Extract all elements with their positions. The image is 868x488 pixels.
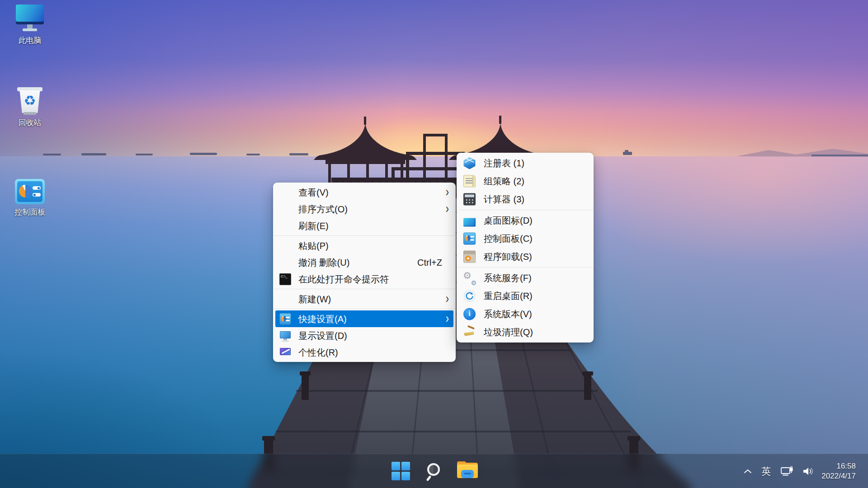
quick-settings-icon — [279, 313, 291, 325]
group-policy-icon — [463, 175, 476, 188]
control-panel-icon — [15, 179, 45, 204]
restart-icon — [463, 290, 476, 302]
personalize-icon — [279, 347, 291, 358]
file-explorer-button[interactable] — [455, 459, 480, 484]
menu-item-label: 新建(W) — [298, 293, 331, 305]
chevron-right-icon: › — [446, 184, 449, 200]
menu-item-label: 在此处打开命令提示符 — [298, 273, 389, 285]
menu-item-label: 系统版本(V) — [484, 308, 532, 320]
recycle-bin-icon: ♻ — [14, 86, 45, 115]
menu-item-label: 注册表 (1) — [484, 157, 524, 169]
clock-date: 2022/4/17 — [821, 471, 856, 481]
search-button[interactable] — [421, 459, 447, 484]
desktop-icon-label: 此电脑 — [8, 35, 52, 46]
menu-separator — [274, 289, 455, 289]
taskbar: 英 16:58 2022/4/17 — [0, 454, 868, 488]
uninstall-icon — [463, 251, 476, 263]
menu-item-label: 桌面图标(D) — [484, 215, 533, 227]
menu-item-view[interactable]: 查看(V) › — [275, 184, 453, 201]
taskbar-clock[interactable]: 16:58 2022/4/17 — [821, 461, 856, 481]
this-pc-icon — [14, 4, 45, 33]
menu-item-refresh[interactable]: 刷新(E) — [275, 217, 453, 234]
broom-icon — [463, 326, 476, 338]
menu-item-label: 程序卸载(S) — [484, 251, 532, 263]
desktop-icons-icon — [463, 218, 476, 227]
menu-separator — [457, 267, 593, 267]
speaker-icon — [802, 466, 815, 477]
menu-item-personalize[interactable]: 个性化(R) — [275, 344, 453, 361]
menu-item-label: 组策略 (2) — [484, 175, 524, 188]
recycle-symbol-icon: ♻ — [14, 93, 45, 108]
start-button[interactable] — [388, 459, 413, 484]
network-button[interactable] — [776, 459, 798, 484]
search-icon — [425, 462, 443, 480]
info-icon: i — [463, 308, 476, 320]
menu-item-label: 个性化(R) — [298, 346, 338, 358]
menu-item-label: 垃圾清理(Q) — [484, 326, 533, 338]
folder-icon — [457, 463, 478, 480]
menu-item-open-command-prompt[interactable]: C:\_ 在此处打开命令提示符 — [275, 271, 453, 287]
registry-icon — [463, 157, 476, 169]
desktop-icon-label: 回收站 — [8, 117, 52, 128]
show-hidden-icons-button[interactable] — [740, 459, 756, 484]
menu-separator — [457, 210, 593, 210]
clock-time: 16:58 — [821, 461, 856, 471]
submenu-item-restart-desktop[interactable]: 重启桌面(R) — [459, 287, 591, 305]
menu-item-paste[interactable]: 粘贴(P) — [275, 237, 453, 254]
menu-item-label: 控制面板(C) — [484, 233, 533, 245]
chevron-right-icon: › — [446, 201, 449, 216]
calculator-icon — [463, 193, 476, 206]
menu-item-label: 显示设置(D) — [298, 329, 347, 342]
volume-button[interactable] — [798, 459, 819, 484]
quick-settings-submenu: 注册表 (1) 组策略 (2) 计算器 (3) 桌面图标(D) 控制面板(C) … — [457, 153, 594, 343]
desktop-icon-control-panel[interactable]: 控制面板 — [8, 179, 52, 217]
network-ethernet-icon — [780, 465, 794, 477]
submenu-item-calculator[interactable]: 计算器 (3) — [459, 190, 591, 208]
menu-item-label: 撤消 删除(U) — [298, 256, 349, 268]
menu-item-sort-by[interactable]: 排序方式(O) › — [275, 201, 453, 217]
taskbar-center-icons — [388, 454, 480, 488]
submenu-item-services[interactable]: ⚙⚙ 系统服务(F) — [459, 269, 591, 287]
menu-item-label: 刷新(E) — [298, 220, 329, 232]
chevron-right-icon: › — [446, 310, 449, 326]
submenu-item-uninstall[interactable]: 程序卸载(S) — [459, 248, 591, 266]
desktop-context-menu: 查看(V) › 排序方式(O) › 刷新(E) 粘贴(P) 撤消 删除(U) C… — [273, 183, 456, 362]
desktop-icon-label: 控制面板 — [8, 207, 52, 217]
display-settings-icon — [279, 330, 291, 342]
desktop-icon-this-pc[interactable]: 此电脑 — [8, 4, 52, 46]
windows-logo-icon — [392, 462, 410, 480]
menu-item-label: 排序方式(O) — [298, 203, 348, 215]
menu-item-label: 查看(V) — [298, 186, 329, 198]
submenu-item-system-version[interactable]: i 系统版本(V) — [459, 305, 591, 323]
menu-item-new[interactable]: 新建(W) › — [275, 291, 453, 307]
menu-item-shortcut: Ctrl+Z — [417, 257, 442, 267]
submenu-item-control-panel[interactable]: 控制面板(C) — [459, 230, 591, 248]
control-panel-icon — [463, 233, 476, 245]
chevron-right-icon: › — [446, 291, 449, 306]
taskbar-tray: 英 16:58 2022/4/17 — [740, 454, 868, 488]
menu-item-undo-delete[interactable]: 撤消 删除(U) Ctrl+Z — [275, 254, 453, 271]
services-gears-icon: ⚙⚙ — [463, 272, 476, 284]
submenu-item-group-policy[interactable]: 组策略 (2) — [459, 172, 591, 190]
submenu-item-cleanup[interactable]: 垃圾清理(Q) — [459, 323, 591, 341]
submenu-item-registry[interactable]: 注册表 (1) — [459, 154, 591, 172]
menu-item-label: 计算器 (3) — [484, 193, 524, 206]
menu-item-label: 系统服务(F) — [484, 272, 532, 284]
ime-language-indicator[interactable]: 英 — [756, 459, 776, 484]
chevron-up-icon — [744, 469, 752, 474]
menu-item-display-settings[interactable]: 显示设置(D) — [275, 327, 453, 344]
menu-separator — [274, 235, 455, 236]
menu-item-quick-settings[interactable]: 快捷设置(A) › — [275, 310, 453, 327]
menu-item-label: 粘贴(P) — [298, 239, 329, 252]
desktop-icon-recycle-bin[interactable]: ♻ 回收站 — [8, 86, 52, 128]
menu-separator — [274, 309, 455, 309]
command-prompt-icon: C:\_ — [279, 273, 291, 285]
menu-item-label: 重启桌面(R) — [484, 290, 533, 302]
submenu-item-desktop-icons[interactable]: 桌面图标(D) — [459, 211, 591, 230]
menu-item-label: 快捷设置(A) — [298, 313, 347, 325]
